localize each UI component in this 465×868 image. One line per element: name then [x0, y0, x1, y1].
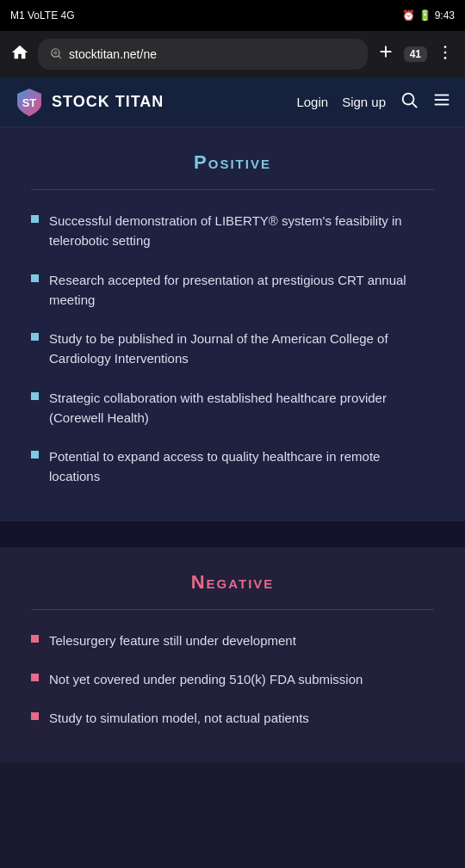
negative-section: Negative Telesurgery feature still under…: [0, 547, 465, 763]
home-button[interactable]: [10, 43, 29, 66]
svg-point-5: [444, 46, 447, 48]
positive-title: Positive: [31, 151, 434, 174]
svg-line-2: [59, 55, 61, 58]
status-bar: M1 VoLTE 4G ⏰ 🔋 9:43: [0, 0, 465, 31]
negative-item-1: Telesurgery feature still under developm…: [49, 631, 296, 650]
bullet-icon: [31, 333, 39, 341]
negative-item-2: Not yet covered under pending 510(k) FDA…: [49, 669, 363, 689]
logo-icon: ST: [14, 87, 45, 118]
negative-bullet-list: Telesurgery feature still under developm…: [31, 631, 434, 729]
site-nav: Login Sign up: [296, 90, 451, 114]
status-left: M1 VoLTE 4G: [10, 9, 74, 22]
address-bar-icon: [50, 47, 62, 62]
address-text: stocktitan.net/ne: [69, 47, 157, 61]
negative-divider: [31, 609, 434, 610]
bullet-icon-neg: [31, 712, 39, 720]
bullet-icon: [31, 392, 39, 400]
positive-item-3: Study to be published in Journal of the …: [49, 329, 434, 369]
signup-button[interactable]: Sign up: [342, 95, 386, 109]
list-item: Potential to expand access to quality he…: [31, 446, 434, 487]
section-gap: [0, 521, 465, 547]
list-item: Successful demonstration of LIBERTY® sys…: [31, 211, 434, 251]
alarm-icon: ⏰: [402, 9, 415, 22]
svg-point-1: [53, 51, 58, 55]
svg-text:ST: ST: [22, 96, 37, 109]
positive-bullet-list: Successful demonstration of LIBERTY® sys…: [31, 211, 434, 487]
bullet-icon: [31, 274, 39, 282]
browser-chrome: stocktitan.net/ne 41: [0, 31, 465, 77]
list-item: Not yet covered under pending 510(k) FDA…: [31, 669, 434, 689]
menu-button[interactable]: [432, 90, 451, 114]
new-tab-button[interactable]: [376, 42, 395, 66]
time-text: 9:43: [435, 9, 455, 22]
tabs-button[interactable]: 41: [404, 46, 427, 62]
bullet-icon: [31, 215, 39, 223]
bullet-icon-neg: [31, 635, 39, 643]
positive-item-1: Successful demonstration of LIBERTY® sys…: [49, 211, 434, 251]
positive-item-5: Potential to expand access to quality he…: [49, 446, 434, 487]
logo-text: STOCK TITAN: [52, 93, 164, 111]
negative-item-3: Study to simulation model, not actual pa…: [49, 708, 309, 728]
main-content: Positive Successful demonstration of LIB…: [0, 127, 465, 762]
list-item: Study to simulation model, not actual pa…: [31, 708, 434, 728]
browser-menu-button[interactable]: [436, 43, 455, 66]
svg-point-6: [444, 51, 447, 53]
positive-item-2: Research accepted for presentation at pr…: [49, 270, 434, 311]
carrier-text: M1 VoLTE 4G: [10, 9, 74, 22]
bullet-icon: [31, 451, 39, 459]
site-header: ST STOCK TITAN Login Sign up: [0, 77, 465, 127]
site-logo[interactable]: ST STOCK TITAN: [14, 87, 296, 118]
positive-item-4: Strategic collaboration with established…: [49, 388, 434, 428]
positive-divider: [31, 189, 434, 190]
login-button[interactable]: Login: [296, 95, 328, 109]
address-bar[interactable]: stocktitan.net/ne: [38, 39, 368, 70]
battery-icon: 🔋: [418, 9, 431, 22]
status-right: ⏰ 🔋 9:43: [402, 9, 455, 22]
svg-line-10: [412, 103, 417, 108]
svg-point-9: [403, 94, 414, 105]
list-item: Research accepted for presentation at pr…: [31, 270, 434, 311]
negative-title: Negative: [31, 571, 434, 594]
svg-point-7: [444, 57, 447, 59]
positive-section: Positive Successful demonstration of LIB…: [0, 127, 465, 521]
list-item: Strategic collaboration with established…: [31, 388, 434, 428]
search-button[interactable]: [400, 90, 418, 114]
list-item: Study to be published in Journal of the …: [31, 329, 434, 369]
bullet-icon-neg: [31, 674, 39, 681]
list-item: Telesurgery feature still under developm…: [31, 631, 434, 650]
